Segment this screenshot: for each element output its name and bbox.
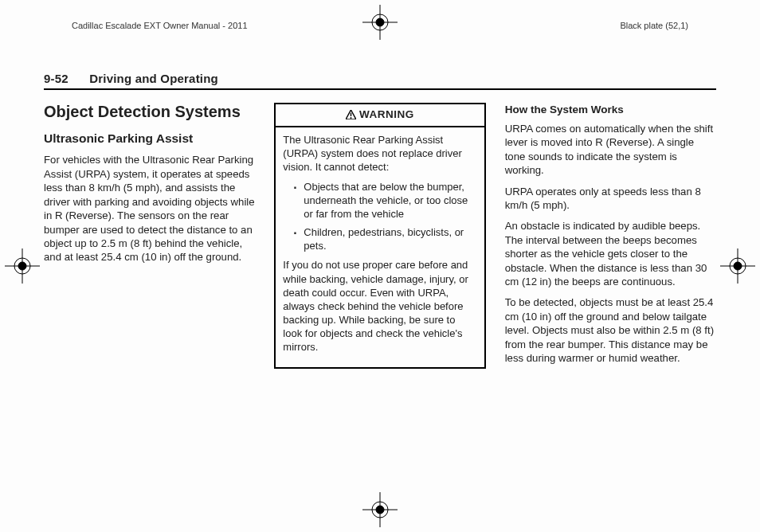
svg-point-10 [14, 258, 30, 274]
print-header: Cadillac Escalade EXT Owner Manual - 201… [44, 18, 716, 33]
warning-paragraph: If you do not use proper care before and… [283, 258, 476, 354]
svg-point-17 [351, 117, 352, 119]
section-heading: Object Detection Systems [44, 103, 255, 121]
body-paragraph: For vehicles with the Ultrasonic Rear Pa… [44, 153, 255, 264]
column-2: WARNING The Ultrasonic Rear Parking Assi… [274, 103, 485, 377]
mini-heading: How the System Works [505, 103, 716, 117]
content-columns: Object Detection Systems Ultrasonic Park… [44, 103, 716, 377]
body-paragraph: An obstacle is indicated by audible beep… [505, 219, 716, 288]
warning-paragraph: The Ultrasonic Rear Parking Assist (URPA… [283, 133, 476, 174]
manual-page: Cadillac Escalade EXT Owner Manual - 201… [0, 0, 760, 532]
body-paragraph: To be detected, objects must be at least… [505, 295, 716, 365]
body-paragraph: URPA comes on automatically when the shi… [505, 122, 716, 178]
manual-title: Cadillac Escalade EXT Owner Manual - 201… [72, 21, 248, 30]
crop-mark-right [720, 248, 755, 284]
svg-point-6 [372, 502, 388, 518]
crop-mark-left [5, 248, 40, 284]
subsection-heading: Ultrasonic Parking Assist [44, 131, 255, 147]
svg-point-15 [734, 262, 742, 270]
running-head: 9-52 Driving and Operating [44, 72, 716, 90]
warning-list-item: Objects that are below the bumper, under… [296, 180, 476, 221]
body-paragraph: URPA operates only at speeds less than 8… [505, 185, 716, 213]
svg-point-14 [730, 258, 746, 274]
column-3: How the System Works URPA comes on autom… [505, 103, 716, 377]
warning-body: The Ultrasonic Rear Parking Assist (URPA… [276, 127, 484, 366]
warning-icon [346, 108, 356, 122]
warning-title: WARNING [276, 104, 484, 127]
svg-point-7 [376, 506, 384, 514]
warning-label: WARNING [359, 108, 414, 120]
crop-mark-bottom [362, 492, 398, 527]
column-1: Object Detection Systems Ultrasonic Park… [44, 103, 255, 377]
warning-list: Objects that are below the bumper, under… [283, 180, 476, 253]
warning-list-item: Children, pedestrians, bicyclists, or pe… [296, 225, 476, 252]
page-number: 9-52 [44, 72, 69, 85]
chapter-title: Driving and Operating [89, 72, 218, 85]
plate-label: Black plate (52,1) [620, 21, 688, 30]
svg-point-11 [18, 262, 26, 270]
warning-box: WARNING The Ultrasonic Rear Parking Assi… [274, 103, 485, 369]
